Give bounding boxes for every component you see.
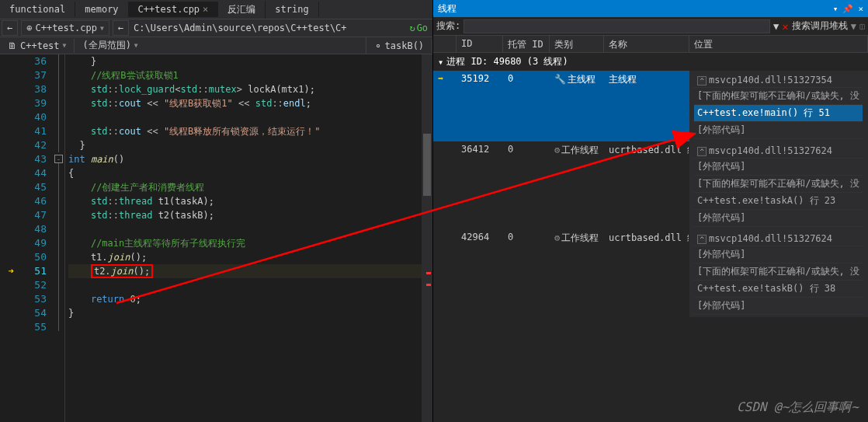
editor-tab[interactable]: string: [266, 2, 318, 17]
code-line[interactable]: t2.join();: [68, 264, 422, 278]
current-thread-icon: ➡: [438, 73, 443, 84]
stack-frame[interactable]: [下面的框架可能不正确和/或缺失, 没: [694, 88, 863, 105]
threads-panel-title: 线程 ▾ 📌 ×: [433, 0, 868, 17]
stack-frame[interactable]: C++test.exe!taskA() 行 23: [694, 193, 863, 210]
code-line[interactable]: std::thread t2(taskB);: [68, 208, 422, 222]
fold-toggle[interactable]: -: [54, 155, 63, 163]
thread-cat: 🔧主线程: [550, 71, 604, 141]
code-line[interactable]: }: [68, 138, 422, 152]
panel-title-text: 线程: [438, 2, 457, 16]
code-line[interactable]: }: [68, 306, 422, 320]
filter-icon[interactable]: ▼: [851, 21, 856, 32]
thread-id: 36412: [457, 141, 503, 229]
stack-frame[interactable]: [外部代码]: [694, 210, 863, 227]
project-scope[interactable]: 🗎 C++test ▼: [0, 39, 75, 53]
editor-scrollbar[interactable]: [422, 54, 432, 422]
history-back[interactable]: ←: [113, 20, 129, 36]
editor-tab[interactable]: memory: [75, 2, 128, 17]
scrollbar-thumb[interactable]: [423, 134, 431, 196]
stack-frame[interactable]: ^msvcp140d.dll!51327624: [694, 144, 863, 159]
watermark: CSDN @~怎么回事啊~: [737, 399, 859, 416]
code-line[interactable]: //线程B尝试获取锁1: [68, 68, 422, 82]
line-number: 37: [22, 68, 47, 82]
editor-tab[interactable]: 反汇编: [218, 1, 266, 19]
stack-frame[interactable]: [外部代码]: [694, 298, 863, 315]
close-icon[interactable]: ×: [203, 4, 208, 15]
chevron-down-icon: ▼: [63, 42, 67, 49]
collapse-icon[interactable]: ▾: [438, 57, 443, 68]
expand-icon[interactable]: ^: [697, 235, 707, 244]
nav-toolbar: ← ⊕ C++test.cpp ▼ ← C:\Users\Admin\sourc…: [0, 19, 432, 37]
code-line[interactable]: t1.join();: [68, 250, 422, 264]
expand-icon[interactable]: ^: [697, 76, 707, 85]
cpp-icon: ⊕: [26, 23, 32, 33]
stack-frame[interactable]: [下面的框架可能不正确和/或缺失, 没: [694, 176, 863, 193]
col-flag[interactable]: [433, 36, 457, 52]
thread-cat-icon: 🔧: [554, 74, 566, 85]
code-line[interactable]: std::thread t1(taskA);: [68, 194, 422, 208]
code-line[interactable]: [68, 222, 422, 236]
stack-frame[interactable]: [外部代码]: [694, 122, 863, 139]
chevron-down-icon: ▼: [134, 42, 138, 49]
code-line[interactable]: [68, 320, 422, 334]
stack-frame[interactable]: [下面的框架可能不正确和/或缺失, 没: [694, 263, 863, 281]
line-number: 40: [22, 110, 47, 124]
thread-row[interactable]: 429640⚙工作线程ucrtbased.dll 线程^msvcp140d.dl…: [433, 229, 868, 317]
current-line-icon: ➜: [8, 266, 13, 277]
code-line[interactable]: //创建生产者和消费者线程: [68, 180, 422, 194]
thread-cat-icon: ⚙: [554, 145, 560, 155]
code-line[interactable]: [68, 278, 422, 292]
thread-name: ucrtbased.dll 线程: [604, 141, 689, 229]
path-input[interactable]: C:\Users\Admin\source\repos\C++test\C+: [130, 21, 404, 35]
fn-scope[interactable]: (全局范围) ▼: [75, 37, 366, 54]
code-editor[interactable]: ➜ 36373839404142434445464748495051525354…: [0, 54, 432, 422]
stack-frame[interactable]: C++test.exe!main() 行 51: [694, 105, 863, 122]
expand-icon[interactable]: ^: [697, 147, 707, 156]
dropdown-icon[interactable]: ▾: [833, 4, 838, 14]
pin-icon[interactable]: 📌: [842, 4, 853, 14]
thread-cat-icon: ⚙: [554, 232, 560, 243]
code-line[interactable]: }: [68, 54, 422, 68]
file-dropdown[interactable]: ⊕ C++test.cpp ▼: [21, 20, 109, 36]
project-icon: 🗎: [8, 40, 17, 51]
thread-columns-header: ID 托管 ID 类别 名称 位置: [433, 36, 868, 53]
stack-frame[interactable]: [外部代码]: [694, 246, 863, 263]
line-number: 41: [22, 124, 47, 138]
code-line[interactable]: return 0;: [68, 292, 422, 306]
chevron-down-icon: ▼: [100, 25, 104, 32]
thread-mid: 0: [503, 229, 550, 317]
code-line[interactable]: std::lock_guard<std::mutex> lockA(mtx1);: [68, 82, 422, 96]
back-button[interactable]: ←: [2, 20, 18, 36]
editor-tab[interactable]: C++test.cpp×: [129, 2, 219, 17]
fn-icon: ⚬: [374, 40, 382, 51]
editor-tab[interactable]: functional: [0, 2, 75, 17]
col-mid[interactable]: 托管 ID: [503, 36, 550, 52]
line-number: 47: [22, 208, 47, 222]
code-line[interactable]: std::cout << "线程B释放所有锁资源，结束运行！": [68, 124, 422, 138]
code-line[interactable]: //main主线程等待所有子线程执行完: [68, 236, 422, 250]
stack-frame[interactable]: C++test.exe!taskB() 行 38: [694, 281, 863, 298]
code-line[interactable]: [68, 110, 422, 124]
code-line[interactable]: {: [68, 166, 422, 180]
stack-frame[interactable]: ^msvcp140d.dll!51327354: [694, 73, 863, 88]
search-dropdown-icon[interactable]: ▼: [773, 21, 779, 32]
code-line[interactable]: std::cout << "线程B获取锁1" << std::endl;: [68, 96, 422, 110]
group-icon[interactable]: ⎅: [859, 21, 865, 32]
stack-frame[interactable]: [外部代码]: [694, 159, 863, 176]
line-number: 43: [22, 152, 47, 166]
close-icon[interactable]: ×: [858, 4, 863, 14]
thread-row[interactable]: 364120⚙工作线程ucrtbased.dll 线程^msvcp140d.dl…: [433, 141, 868, 229]
clear-search-button[interactable]: ✕: [782, 20, 788, 33]
code-line[interactable]: int main(): [68, 152, 422, 166]
col-id[interactable]: ID: [457, 36, 503, 52]
go-button[interactable]: ↻ Go: [404, 21, 432, 35]
line-number: 36: [22, 54, 47, 68]
col-loc[interactable]: 位置: [689, 36, 868, 52]
thread-row[interactable]: ➡351920🔧主线程主线程^msvcp140d.dll!51327354[下面…: [433, 71, 868, 141]
thread-search-input[interactable]: [464, 19, 770, 33]
fn-dropdown[interactable]: ⚬ taskB(): [366, 39, 433, 53]
col-cat[interactable]: 类别: [550, 36, 604, 52]
col-name[interactable]: 名称: [604, 36, 689, 52]
stack-frame[interactable]: ^msvcp140d.dll!51327624: [694, 232, 863, 246]
process-row[interactable]: ▾ 进程 ID: 49680 (3 线程): [433, 53, 868, 71]
